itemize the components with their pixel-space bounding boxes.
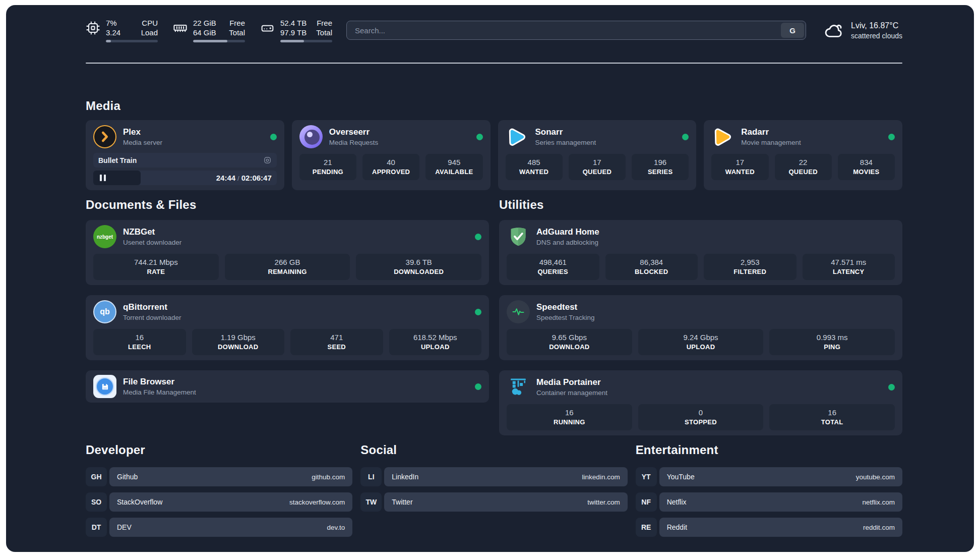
link-github[interactable]: GH Github github.com	[86, 467, 352, 486]
memory-icon	[173, 21, 188, 35]
stat-label: LEECH	[95, 343, 184, 351]
plex-now-playing: Bullet Train 24:44/02:06:47	[93, 153, 277, 185]
link-netflix[interactable]: NF Netflix netflix.com	[636, 492, 902, 512]
stat-box: 498,461 QUERIES	[507, 254, 599, 280]
stat-value: 17	[571, 158, 624, 166]
stat-value: 9.24 Gbps	[640, 333, 762, 342]
link-abbr: SO	[86, 492, 107, 512]
plex-card[interactable]: Plex Media server Bullet Train 24:44/02:…	[86, 120, 284, 190]
stat-label: WANTED	[508, 168, 561, 176]
link-url: stackoverflow.com	[289, 498, 345, 506]
link-twitter[interactable]: TW Twitter twitter.com	[360, 492, 627, 512]
sonarr-card[interactable]: Sonarr Series management 485 WANTED 17 Q…	[498, 120, 697, 190]
stat-box: 266 GB REMAINING	[225, 254, 350, 280]
section-title-entertainment: Entertainment	[636, 443, 902, 457]
link-url: youtube.com	[856, 473, 895, 481]
pause-button[interactable]	[93, 171, 141, 185]
status-dot	[475, 234, 481, 240]
link-url: netflix.com	[862, 498, 895, 506]
now-playing-bar: Bullet Train	[93, 153, 277, 168]
section-title-media: Media	[86, 99, 120, 113]
stat-box: 0 STOPPED	[638, 404, 764, 430]
memory-free-value: 22 GiB	[193, 18, 216, 28]
nzbget-card[interactable]: nzbget NZBGet Usenet downloader 744.21 M…	[86, 220, 489, 285]
stat-value: 618.52 Mbps	[391, 333, 480, 342]
stat-label: SEED	[292, 343, 381, 351]
stat-value: 16	[95, 333, 184, 342]
stat-label: PENDING	[301, 168, 354, 176]
filebrowser-icon	[93, 375, 116, 398]
stat-box: 21 PENDING	[299, 154, 356, 180]
disk-total-value: 97.9 TB	[280, 28, 307, 37]
search-engine-button[interactable]: G	[781, 23, 804, 38]
link-url: reddit.com	[863, 524, 895, 531]
stat-label: DOWNLOADED	[358, 268, 479, 275]
stat-label: RUNNING	[509, 418, 630, 426]
stat-value: 47.571 ms	[805, 258, 893, 266]
link-abbr: YT	[636, 467, 657, 486]
cpu-icon	[86, 21, 100, 35]
portainer-card[interactable]: Media Portainer Container management 16 …	[499, 370, 902, 435]
link-reddit[interactable]: RE Reddit reddit.com	[636, 518, 902, 537]
portainer-icon	[507, 375, 530, 399]
disc-icon	[263, 156, 272, 164]
stat-box: 2,953 FILTERED	[704, 254, 797, 280]
link-linkedin[interactable]: LI LinkedIn linkedin.com	[360, 467, 627, 486]
stat-value: 40	[364, 158, 417, 166]
section-title-documents: Documents & Files	[86, 198, 489, 212]
app-description: Usenet downloader	[123, 239, 181, 246]
overseerr-card[interactable]: Overseerr Media Requests 21 PENDING 40 A…	[292, 120, 491, 190]
search-input[interactable]	[347, 26, 779, 35]
radarr-card[interactable]: Radarr Movie management 17 WANTED 22 QUE…	[704, 120, 902, 190]
cpu-load-value: 3.24	[106, 28, 120, 37]
qbittorrent-card[interactable]: qb qBittorrent Torrent downloader 16 LEE…	[86, 295, 489, 360]
link-stackoverflow[interactable]: SO StackOverflow stackoverflow.com	[86, 492, 352, 512]
stat-label: AVAILABLE	[427, 168, 480, 176]
stat-box: 16 RUNNING	[507, 404, 632, 430]
link-url: linkedin.com	[582, 473, 620, 481]
search-bar: G	[346, 21, 806, 40]
link-name: YouTube	[667, 473, 695, 481]
memory-total-label: Total	[229, 28, 245, 37]
header-bar: 7% 3.24 CPU Load	[86, 18, 902, 42]
filebrowser-card[interactable]: File Browser Media File Management	[86, 370, 489, 403]
link-abbr: NF	[636, 492, 657, 512]
qbittorrent-icon: qb	[93, 300, 116, 323]
speedtest-card[interactable]: Speedtest Speedtest Tracking 9.65 Gbps D…	[499, 295, 902, 360]
stat-value: 9.65 Gbps	[509, 333, 630, 342]
stat-value: 266 GB	[227, 258, 348, 266]
link-dev[interactable]: DT DEV dev.to	[86, 518, 352, 537]
link-abbr: DT	[86, 518, 107, 537]
stat-value: 86,384	[607, 258, 696, 266]
link-youtube[interactable]: YT YouTube youtube.com	[636, 467, 902, 486]
stat-box: 16 LEECH	[93, 329, 186, 355]
status-dot	[888, 384, 895, 391]
stat-box: 744.21 Mbps RATE	[93, 254, 219, 280]
stat-label: PING	[771, 343, 893, 351]
status-dot	[475, 383, 481, 390]
cpu-widget: 7% 3.24 CPU Load	[86, 18, 158, 42]
stat-label: TOTAL	[771, 418, 893, 426]
plex-icon	[93, 125, 116, 148]
stat-value: 16	[509, 408, 630, 417]
stat-label: APPROVED	[364, 168, 417, 176]
stat-label: LATENCY	[805, 268, 893, 275]
stat-label: DOWNLOAD	[509, 343, 630, 351]
stat-box: 40 APPROVED	[362, 154, 419, 180]
stat-box: 9.24 Gbps UPLOAD	[638, 329, 764, 355]
app-description: DNS and adblocking	[536, 239, 599, 246]
link-abbr: GH	[86, 467, 107, 486]
app-description: Movie management	[741, 139, 801, 146]
app-name: qBittorrent	[123, 302, 181, 312]
stat-box: 0.993 ms PING	[769, 329, 895, 355]
stat-label: STOPPED	[640, 418, 762, 426]
disk-free-label: Free	[316, 18, 332, 28]
memory-free-label: Free	[229, 18, 245, 28]
link-name: Reddit	[667, 523, 687, 531]
app-name: AdGuard Home	[536, 227, 599, 237]
app-description: Torrent downloader	[123, 314, 181, 321]
weather-widget: Lviv, 16.87°C scattered clouds	[823, 21, 902, 40]
stat-value: 17	[713, 158, 766, 166]
documents-column: Documents & Files nzbget NZBGet Usenet d…	[86, 198, 489, 445]
adguard-card[interactable]: AdGuard Home DNS and adblocking 498,461 …	[499, 220, 902, 285]
